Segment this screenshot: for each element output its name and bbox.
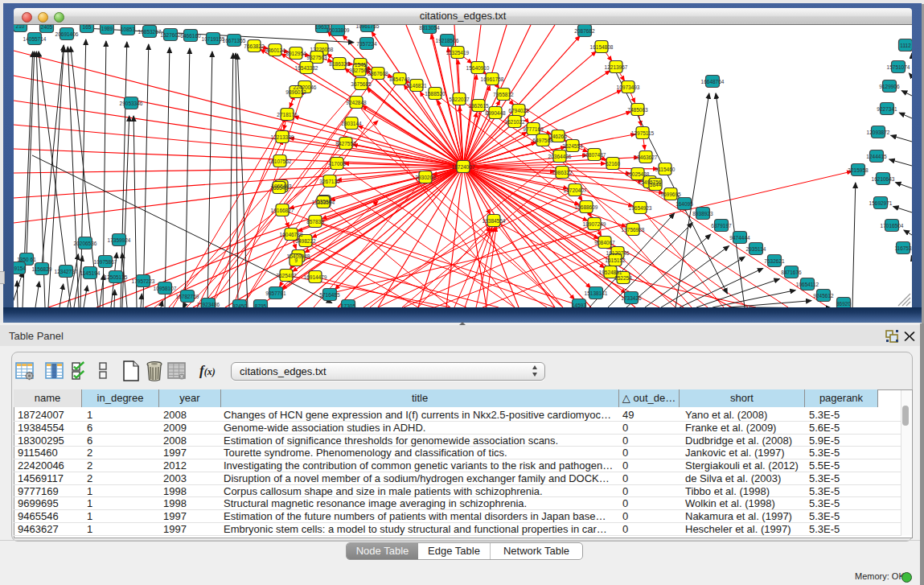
svg-text:15692971: 15692971	[869, 200, 893, 206]
svg-text:6466160: 6466160	[180, 33, 201, 39]
svg-text:92450: 92450	[232, 303, 247, 308]
svg-text:9777169: 9777169	[523, 126, 544, 132]
svg-text:14055714: 14055714	[23, 36, 47, 42]
svg-text:7663822: 7663822	[244, 43, 265, 49]
svg-text:8186328: 8186328	[329, 61, 350, 67]
svg-text:12505135: 12505135	[105, 274, 128, 280]
svg-text:210: 210	[16, 25, 25, 29]
svg-text:5322037: 5322037	[449, 97, 470, 102]
svg-text:3267130: 3267130	[319, 179, 340, 184]
svg-text:9: 9	[294, 257, 298, 263]
svg-text:8454749: 8454749	[389, 76, 410, 82]
svg-text:12975115: 12975115	[631, 130, 655, 136]
svg-text:11923486: 11923486	[197, 302, 220, 307]
svg-text:10807487: 10807487	[583, 152, 606, 158]
svg-text:1546: 1546	[355, 62, 367, 68]
svg-text:12093872: 12093872	[867, 130, 890, 135]
svg-text:18463627: 18463627	[634, 154, 658, 160]
svg-text:20364436: 20364436	[548, 154, 572, 159]
svg-text:166549: 166549	[270, 185, 288, 191]
svg-text:3498222: 3498222	[295, 238, 316, 244]
svg-text:1156829: 1156829	[32, 266, 52, 272]
svg-text:9115460: 9115460	[655, 167, 676, 172]
svg-text:2405: 2405	[41, 25, 53, 30]
svg-text:15640910: 15640910	[466, 65, 490, 71]
svg-text:1527602: 1527602	[160, 32, 181, 38]
svg-text:9699695: 9699695	[660, 192, 681, 197]
svg-text:5844: 5844	[650, 182, 662, 187]
svg-text:16543382: 16543382	[295, 65, 318, 71]
svg-text:17957223: 17957223	[132, 278, 155, 284]
svg-text:16671355: 16671355	[223, 38, 246, 43]
svg-text:10853267: 10853267	[138, 29, 162, 35]
svg-text:8990448: 8990448	[485, 110, 506, 116]
svg-text:9474444: 9474444	[729, 235, 750, 241]
svg-text:7955812: 7955812	[493, 92, 514, 97]
svg-text:9129906: 9129906	[879, 84, 900, 89]
svg-text:1733426: 1733426	[621, 295, 642, 301]
svg-text:2718176: 2718176	[277, 112, 298, 117]
svg-text:8938923: 8938923	[692, 211, 713, 216]
svg-text:12342737: 12342737	[55, 269, 78, 274]
svg-text:14593: 14593	[572, 303, 586, 308]
svg-text:11325419: 11325419	[446, 50, 470, 56]
svg-text:9860124: 9860124	[265, 47, 285, 53]
svg-text:1588520: 1588520	[425, 91, 446, 97]
svg-text:9245612: 9245612	[813, 293, 834, 299]
svg-text:6497568: 6497568	[532, 138, 553, 143]
svg-text:62160: 62160	[606, 161, 620, 167]
svg-text:10025438: 10025438	[626, 171, 650, 177]
svg-text:18907249: 18907249	[583, 221, 606, 227]
svg-text:16409948: 16409948	[287, 253, 310, 259]
svg-text:12213967: 12213967	[605, 64, 628, 70]
svg-text:15138141: 15138141	[585, 290, 608, 296]
svg-text:3215958: 3215958	[848, 167, 869, 173]
svg-text:20691406: 20691406	[55, 31, 79, 37]
svg-text:9242848: 9242848	[346, 100, 367, 105]
svg-text:18724007: 18724007	[452, 164, 475, 170]
svg-text:7625402: 7625402	[276, 273, 297, 278]
svg-text:11353594: 11353594	[312, 200, 335, 205]
svg-text:10958107: 10958107	[154, 286, 177, 291]
svg-text:252254: 252254	[614, 275, 632, 281]
svg-text:39154: 39154	[14, 266, 26, 271]
svg-text:13226058: 13226058	[310, 47, 334, 52]
svg-text:1989: 1989	[101, 26, 113, 31]
svg-text:16782759: 16782759	[176, 294, 199, 299]
svg-text:7357224: 7357224	[356, 41, 377, 47]
svg-text:1244415: 1244415	[866, 154, 887, 159]
svg-text:8912954: 8912954	[285, 51, 306, 56]
svg-text:10975867: 10975867	[94, 259, 117, 265]
svg-text:5716485: 5716485	[319, 292, 340, 298]
svg-text:1621022: 1621022	[504, 119, 525, 125]
svg-text:10853: 10853	[121, 27, 135, 32]
svg-text:2930203: 2930203	[415, 175, 436, 180]
svg-text:7485063: 7485063	[627, 107, 648, 113]
svg-text:17016504: 17016504	[881, 223, 904, 229]
svg-text:16120746: 16120746	[606, 250, 630, 256]
svg-text:16648764: 16648764	[701, 79, 725, 84]
svg-text:19654923: 19654923	[629, 205, 652, 211]
svg-text:10654112: 10654112	[796, 282, 819, 287]
svg-text:9327503: 9327503	[306, 55, 327, 60]
svg-text:29053346: 29053346	[120, 101, 143, 106]
svg-text:16046788: 16046788	[280, 232, 303, 237]
svg-text:1112: 1112	[900, 43, 911, 48]
svg-text:9857791: 9857791	[265, 290, 286, 296]
svg-text:12213389: 12213389	[271, 134, 294, 140]
svg-text:1615152: 1615152	[605, 257, 626, 263]
svg-text:19166827: 19166827	[271, 208, 294, 213]
svg-text:16210643: 16210643	[872, 176, 895, 182]
svg-text:9227341: 9227341	[877, 106, 897, 112]
svg-text:2803144: 2803144	[341, 121, 362, 126]
svg-text:8795: 8795	[255, 303, 267, 308]
svg-text:16961758: 16961758	[481, 76, 504, 82]
svg-text:116753: 116753	[894, 245, 912, 251]
svg-text:19384554: 19384554	[483, 218, 506, 224]
svg-text:9146821: 9146821	[406, 83, 427, 89]
svg-text:15720407: 15720407	[564, 187, 587, 193]
svg-text:2087682: 2087682	[574, 28, 595, 34]
svg-text:16914479: 16914479	[304, 274, 327, 280]
svg-text:9084067: 9084067	[594, 240, 615, 245]
svg-text:10973493: 10973493	[617, 84, 640, 90]
